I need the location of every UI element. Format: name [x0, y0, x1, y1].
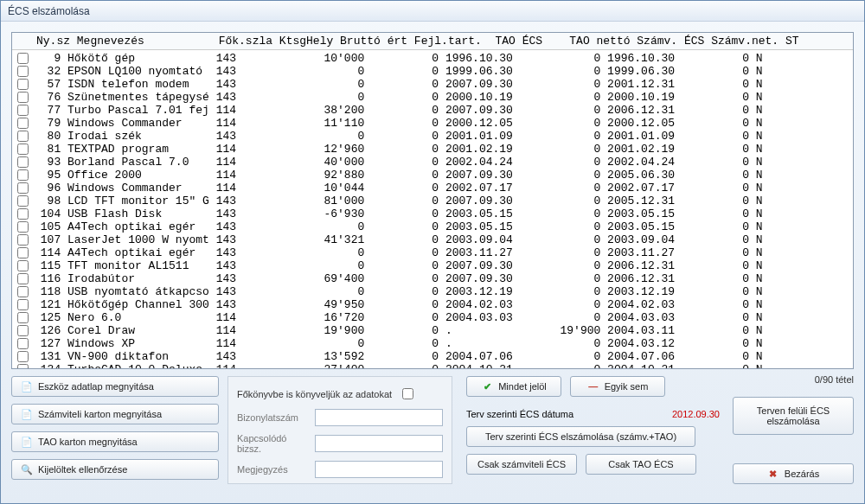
row-checkbox[interactable]: [17, 118, 29, 129]
row-checkbox[interactable]: [17, 273, 29, 284]
window-title: ÉCS elszámolása: [8, 5, 90, 17]
table-row[interactable]: 98 LCD TFT monitor 15" G 143 81'000 0 20…: [12, 195, 853, 207]
row-checkbox[interactable]: [17, 66, 29, 77]
row-text: 107 LaserJet 1000 W nyomt 143 41'321 0 2…: [34, 233, 763, 246]
table-row[interactable]: 95 Office 2000 114 92'880 0 2007.09.30 0…: [12, 169, 853, 182]
select-all-button[interactable]: ✔ Mindet jelöl: [466, 376, 561, 397]
row-checkbox[interactable]: [17, 208, 29, 220]
row-text: 81 TEXTPAD program 114 12'960 0 2001.02.…: [34, 143, 763, 156]
label: Eszköz adatlap megnyitása: [38, 381, 154, 392]
row-text: 131 VN-900 diktafon 143 13'592 0 2004.07…: [34, 350, 763, 363]
table-row[interactable]: 125 Nero 6.0 114 16'720 0 2004.03.03 0 2…: [12, 311, 853, 324]
table-row[interactable]: 79 Windows Commander 114 11'110 0 2000.1…: [12, 117, 853, 130]
row-checkbox[interactable]: [17, 131, 29, 142]
document-icon: 📄: [21, 381, 33, 392]
row-text: 114 A4Tech optikai egér 143 0 0 2003.11.…: [34, 246, 763, 259]
row-text: 80 Irodai szék 143 0 0 2001.01.09 0 2001…: [34, 130, 763, 143]
table-row[interactable]: 131 VN-900 diktafon 143 13'592 0 2004.07…: [12, 350, 853, 363]
table-row[interactable]: 32 EPSON LQ100 nyomtató 143 0 0 1999.06.…: [12, 65, 853, 78]
row-checkbox[interactable]: [17, 351, 29, 362]
table-row[interactable]: 134 TurboCAD 10.0 Deluxe 114 27'400 0 20…: [12, 363, 853, 368]
table-row[interactable]: 77 Turbo Pascal 7.01 fej 114 38'200 0 20…: [12, 104, 853, 117]
open-tao-card-button[interactable]: 📄 TAO karton megnyitása: [11, 431, 219, 452]
check-selected-button[interactable]: 🔍 Kijelöltek ellenőrzése: [11, 459, 219, 480]
open-asset-sheet-button[interactable]: 📄 Eszköz adatlap megnyitása: [11, 376, 219, 397]
row-checkbox[interactable]: [17, 325, 29, 336]
row-text: 125 Nero 6.0 114 16'720 0 2004.03.03 0 2…: [34, 311, 763, 324]
minus-icon: —: [587, 381, 599, 392]
row-text: 32 EPSON LQ100 nyomtató 143 0 0 1999.06.…: [34, 65, 763, 78]
table-row[interactable]: 115 TFT monitor AL1511 143 0 0 2007.09.3…: [12, 259, 853, 272]
row-checkbox[interactable]: [17, 234, 29, 246]
label: Csak számviteli ÉCS: [477, 459, 566, 469]
row-checkbox[interactable]: [17, 247, 29, 258]
table-row[interactable]: 116 Irodabútor 143 69'400 0 2007.09.30 0…: [12, 272, 853, 285]
magnifier-icon: 🔍: [21, 464, 33, 475]
open-accounting-card-button[interactable]: 📄 Számviteli karton megnyitása: [11, 404, 219, 424]
row-checkbox[interactable]: [17, 260, 29, 271]
row-checkbox[interactable]: [17, 195, 29, 207]
bottom-panel: 📄 Eszköz adatlap megnyitása 📄 Számviteli…: [11, 369, 854, 484]
book-main-ledger-checkbox[interactable]: [402, 388, 413, 399]
row-checkbox[interactable]: [17, 182, 29, 194]
row-checkbox[interactable]: [17, 312, 29, 323]
table-row[interactable]: 57 ISDN telefon modem 143 0 0 2007.09.30…: [12, 78, 853, 91]
row-checkbox[interactable]: [17, 364, 29, 368]
row-text: 104 USB Flash Disk 143 -6'930 0 2003.05.…: [34, 207, 763, 220]
over-plan-ecs-button[interactable]: Terven felüli ÉCS elszámolása: [733, 397, 854, 435]
row-checkbox[interactable]: [17, 105, 29, 116]
linked-voucher-input[interactable]: [315, 435, 443, 452]
row-checkbox[interactable]: [17, 53, 29, 64]
row-checkbox[interactable]: [17, 144, 29, 155]
row-text: 77 Turbo Pascal 7.01 fej 114 38'200 0 20…: [34, 104, 763, 117]
only-accounting-ecs-button[interactable]: Csak számviteli ÉCS: [466, 454, 577, 475]
table-row[interactable]: 76 Szünetmentes tápegysé 143 0 0 2000.10…: [12, 91, 853, 104]
column-header: Ny.sz Megnevezés Fők.szla KtsgHely Brutt…: [12, 33, 853, 50]
close-icon: ✖: [767, 469, 779, 480]
row-text: 118 USB nyomtató átkapcso 143 0 0 2003.1…: [34, 285, 763, 298]
table-row[interactable]: 105 A4Tech optikai egér 143 0 0 2003.05.…: [12, 220, 853, 233]
label: Terven felüli ÉCS elszámolása: [740, 405, 846, 426]
plan-ecs-button[interactable]: Terv szerinti ÉCS elszámolása (számv.+TA…: [466, 426, 695, 447]
row-checkbox[interactable]: [17, 156, 29, 168]
table-row[interactable]: 81 TEXTPAD program 114 12'960 0 2001.02.…: [12, 143, 853, 156]
row-checkbox[interactable]: [17, 286, 29, 297]
label: Számviteli karton megnyitása: [38, 409, 162, 419]
table-row[interactable]: 93 Borland Pascal 7.0 114 40'000 0 2002.…: [12, 156, 853, 169]
row-checkbox[interactable]: [17, 299, 29, 310]
table-row[interactable]: 126 Corel Draw 114 19'900 0 . 19'900 200…: [12, 324, 853, 337]
row-checkbox[interactable]: [17, 338, 29, 349]
label: Egyik sem: [605, 381, 649, 392]
document-icon: 📄: [21, 409, 33, 420]
table-row[interactable]: 118 USB nyomtató átkapcso 143 0 0 2003.1…: [12, 285, 853, 298]
select-none-button[interactable]: — Egyik sem: [570, 376, 665, 397]
comment-input[interactable]: [315, 461, 443, 478]
table-row[interactable]: 121 Hőkötőgép Channel 300 143 49'950 0 2…: [12, 298, 853, 311]
table-row[interactable]: 104 USB Flash Disk 143 -6'930 0 2003.05.…: [12, 207, 853, 220]
row-checkbox[interactable]: [17, 169, 29, 181]
row-checkbox[interactable]: [17, 92, 29, 103]
row-text: 57 ISDN telefon modem 143 0 0 2007.09.30…: [34, 78, 763, 91]
table-row[interactable]: 80 Irodai szék 143 0 0 2001.01.09 0 2001…: [12, 130, 853, 143]
row-text: 127 Windows XP 114 0 0 . 0 2004.03.12 0 …: [34, 337, 763, 350]
list-body[interactable]: 9 Hőkötő gép 143 10'000 0 1996.10.30 0 1…: [12, 50, 853, 368]
asset-list: Ny.sz Megnevezés Fők.szla KtsgHely Brutt…: [11, 32, 854, 369]
voucher-no-input[interactable]: [315, 409, 443, 426]
row-text: 9 Hőkötő gép 143 10'000 0 1996.10.30 0 1…: [34, 52, 763, 65]
row-text: 79 Windows Commander 114 11'110 0 2000.1…: [34, 117, 763, 130]
table-row[interactable]: 9 Hőkötő gép 143 10'000 0 1996.10.30 0 1…: [12, 52, 853, 65]
selection-counter: 0/90 tétel: [815, 374, 854, 385]
table-row[interactable]: 114 A4Tech optikai egér 143 0 0 2003.11.…: [12, 246, 853, 259]
row-checkbox[interactable]: [17, 79, 29, 90]
row-checkbox[interactable]: [17, 221, 29, 233]
row-text: 115 TFT monitor AL1511 143 0 0 2007.09.3…: [34, 259, 763, 272]
row-text: 93 Borland Pascal 7.0 114 40'000 0 2002.…: [34, 156, 763, 169]
table-row[interactable]: 127 Windows XP 114 0 0 . 0 2004.03.12 0 …: [12, 337, 853, 350]
table-row[interactable]: 96 Windows Commander 114 10'044 0 2002.0…: [12, 182, 853, 195]
only-tao-ecs-button[interactable]: Csak TAO ÉCS: [586, 454, 696, 475]
table-row[interactable]: 107 LaserJet 1000 W nyomt 143 41'321 0 2…: [12, 233, 853, 246]
close-button[interactable]: ✖ Bezárás: [733, 463, 854, 484]
middle-controls: ✔ Mindet jelöl — Egyik sem Terv szerinti…: [461, 376, 720, 484]
label: Bezárás: [785, 469, 819, 479]
plan-date-label: Terv szerinti ÉCS dátuma: [466, 409, 573, 419]
